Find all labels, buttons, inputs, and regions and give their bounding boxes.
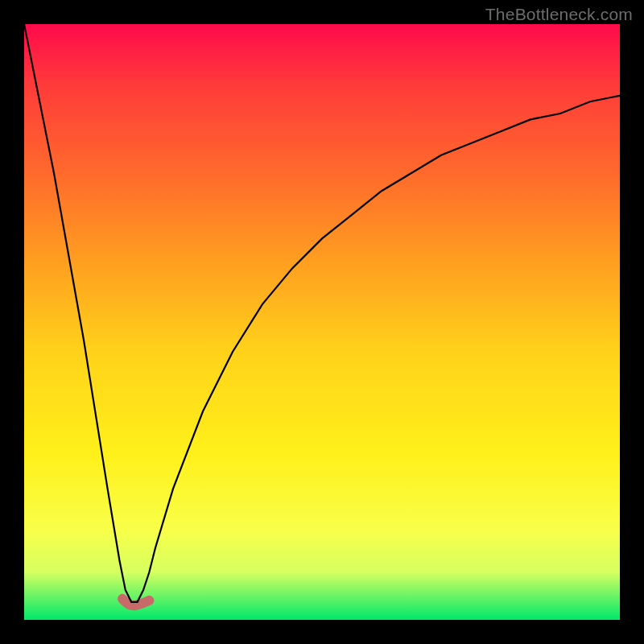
chart-svg: [24, 24, 620, 620]
plot-area: [24, 24, 620, 620]
bottleneck-curve: [24, 24, 620, 602]
watermark-text: TheBottleneck.com: [485, 5, 633, 24]
